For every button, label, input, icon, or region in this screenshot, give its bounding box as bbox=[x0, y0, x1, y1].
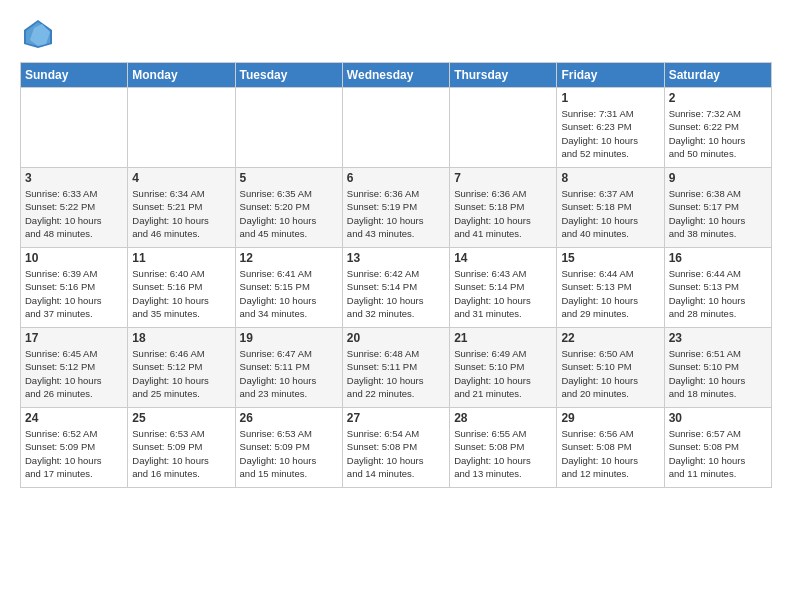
day-cell-28: 28Sunrise: 6:55 AM Sunset: 5:08 PM Dayli… bbox=[450, 408, 557, 488]
day-number: 25 bbox=[132, 411, 230, 425]
day-cell-21: 21Sunrise: 6:49 AM Sunset: 5:10 PM Dayli… bbox=[450, 328, 557, 408]
weekday-header-wednesday: Wednesday bbox=[342, 63, 449, 88]
day-cell-5: 5Sunrise: 6:35 AM Sunset: 5:20 PM Daylig… bbox=[235, 168, 342, 248]
day-number: 22 bbox=[561, 331, 659, 345]
weekday-header-saturday: Saturday bbox=[664, 63, 771, 88]
day-info: Sunrise: 6:49 AM Sunset: 5:10 PM Dayligh… bbox=[454, 347, 552, 400]
day-info: Sunrise: 6:50 AM Sunset: 5:10 PM Dayligh… bbox=[561, 347, 659, 400]
calendar: SundayMondayTuesdayWednesdayThursdayFrid… bbox=[20, 62, 772, 488]
day-info: Sunrise: 6:44 AM Sunset: 5:13 PM Dayligh… bbox=[561, 267, 659, 320]
header bbox=[20, 16, 772, 52]
day-info: Sunrise: 6:52 AM Sunset: 5:09 PM Dayligh… bbox=[25, 427, 123, 480]
day-number: 21 bbox=[454, 331, 552, 345]
day-info: Sunrise: 7:31 AM Sunset: 6:23 PM Dayligh… bbox=[561, 107, 659, 160]
day-cell-6: 6Sunrise: 6:36 AM Sunset: 5:19 PM Daylig… bbox=[342, 168, 449, 248]
day-cell-22: 22Sunrise: 6:50 AM Sunset: 5:10 PM Dayli… bbox=[557, 328, 664, 408]
day-number: 3 bbox=[25, 171, 123, 185]
day-info: Sunrise: 6:35 AM Sunset: 5:20 PM Dayligh… bbox=[240, 187, 338, 240]
day-cell-11: 11Sunrise: 6:40 AM Sunset: 5:16 PM Dayli… bbox=[128, 248, 235, 328]
day-info: Sunrise: 6:38 AM Sunset: 5:17 PM Dayligh… bbox=[669, 187, 767, 240]
day-number: 28 bbox=[454, 411, 552, 425]
day-info: Sunrise: 6:46 AM Sunset: 5:12 PM Dayligh… bbox=[132, 347, 230, 400]
week-row-5: 24Sunrise: 6:52 AM Sunset: 5:09 PM Dayli… bbox=[21, 408, 772, 488]
day-info: Sunrise: 6:47 AM Sunset: 5:11 PM Dayligh… bbox=[240, 347, 338, 400]
day-cell-14: 14Sunrise: 6:43 AM Sunset: 5:14 PM Dayli… bbox=[450, 248, 557, 328]
day-info: Sunrise: 6:45 AM Sunset: 5:12 PM Dayligh… bbox=[25, 347, 123, 400]
day-cell-13: 13Sunrise: 6:42 AM Sunset: 5:14 PM Dayli… bbox=[342, 248, 449, 328]
logo bbox=[20, 16, 60, 52]
day-number: 17 bbox=[25, 331, 123, 345]
day-cell-29: 29Sunrise: 6:56 AM Sunset: 5:08 PM Dayli… bbox=[557, 408, 664, 488]
day-number: 7 bbox=[454, 171, 552, 185]
day-cell-16: 16Sunrise: 6:44 AM Sunset: 5:13 PM Dayli… bbox=[664, 248, 771, 328]
day-cell-8: 8Sunrise: 6:37 AM Sunset: 5:18 PM Daylig… bbox=[557, 168, 664, 248]
empty-cell bbox=[128, 88, 235, 168]
day-info: Sunrise: 6:36 AM Sunset: 5:19 PM Dayligh… bbox=[347, 187, 445, 240]
empty-cell bbox=[21, 88, 128, 168]
day-cell-19: 19Sunrise: 6:47 AM Sunset: 5:11 PM Dayli… bbox=[235, 328, 342, 408]
day-info: Sunrise: 6:41 AM Sunset: 5:15 PM Dayligh… bbox=[240, 267, 338, 320]
day-info: Sunrise: 6:53 AM Sunset: 5:09 PM Dayligh… bbox=[132, 427, 230, 480]
day-info: Sunrise: 6:51 AM Sunset: 5:10 PM Dayligh… bbox=[669, 347, 767, 400]
day-number: 1 bbox=[561, 91, 659, 105]
day-number: 10 bbox=[25, 251, 123, 265]
day-cell-27: 27Sunrise: 6:54 AM Sunset: 5:08 PM Dayli… bbox=[342, 408, 449, 488]
logo-icon bbox=[20, 16, 56, 52]
day-cell-17: 17Sunrise: 6:45 AM Sunset: 5:12 PM Dayli… bbox=[21, 328, 128, 408]
day-info: Sunrise: 6:42 AM Sunset: 5:14 PM Dayligh… bbox=[347, 267, 445, 320]
day-number: 12 bbox=[240, 251, 338, 265]
weekday-header-thursday: Thursday bbox=[450, 63, 557, 88]
day-number: 4 bbox=[132, 171, 230, 185]
day-info: Sunrise: 6:48 AM Sunset: 5:11 PM Dayligh… bbox=[347, 347, 445, 400]
day-number: 5 bbox=[240, 171, 338, 185]
day-cell-7: 7Sunrise: 6:36 AM Sunset: 5:18 PM Daylig… bbox=[450, 168, 557, 248]
day-cell-30: 30Sunrise: 6:57 AM Sunset: 5:08 PM Dayli… bbox=[664, 408, 771, 488]
day-cell-25: 25Sunrise: 6:53 AM Sunset: 5:09 PM Dayli… bbox=[128, 408, 235, 488]
week-row-2: 3Sunrise: 6:33 AM Sunset: 5:22 PM Daylig… bbox=[21, 168, 772, 248]
day-cell-12: 12Sunrise: 6:41 AM Sunset: 5:15 PM Dayli… bbox=[235, 248, 342, 328]
day-number: 18 bbox=[132, 331, 230, 345]
empty-cell bbox=[450, 88, 557, 168]
day-info: Sunrise: 7:32 AM Sunset: 6:22 PM Dayligh… bbox=[669, 107, 767, 160]
day-cell-15: 15Sunrise: 6:44 AM Sunset: 5:13 PM Dayli… bbox=[557, 248, 664, 328]
weekday-header-sunday: Sunday bbox=[21, 63, 128, 88]
day-cell-26: 26Sunrise: 6:53 AM Sunset: 5:09 PM Dayli… bbox=[235, 408, 342, 488]
day-number: 30 bbox=[669, 411, 767, 425]
day-cell-18: 18Sunrise: 6:46 AM Sunset: 5:12 PM Dayli… bbox=[128, 328, 235, 408]
day-cell-1: 1Sunrise: 7:31 AM Sunset: 6:23 PM Daylig… bbox=[557, 88, 664, 168]
day-number: 20 bbox=[347, 331, 445, 345]
day-number: 16 bbox=[669, 251, 767, 265]
day-cell-2: 2Sunrise: 7:32 AM Sunset: 6:22 PM Daylig… bbox=[664, 88, 771, 168]
week-row-1: 1Sunrise: 7:31 AM Sunset: 6:23 PM Daylig… bbox=[21, 88, 772, 168]
day-number: 6 bbox=[347, 171, 445, 185]
day-cell-9: 9Sunrise: 6:38 AM Sunset: 5:17 PM Daylig… bbox=[664, 168, 771, 248]
day-number: 11 bbox=[132, 251, 230, 265]
weekday-header-tuesday: Tuesday bbox=[235, 63, 342, 88]
day-info: Sunrise: 6:53 AM Sunset: 5:09 PM Dayligh… bbox=[240, 427, 338, 480]
day-number: 14 bbox=[454, 251, 552, 265]
day-info: Sunrise: 6:39 AM Sunset: 5:16 PM Dayligh… bbox=[25, 267, 123, 320]
day-number: 2 bbox=[669, 91, 767, 105]
page: SundayMondayTuesdayWednesdayThursdayFrid… bbox=[0, 0, 792, 498]
weekday-header-monday: Monday bbox=[128, 63, 235, 88]
day-info: Sunrise: 6:34 AM Sunset: 5:21 PM Dayligh… bbox=[132, 187, 230, 240]
week-row-3: 10Sunrise: 6:39 AM Sunset: 5:16 PM Dayli… bbox=[21, 248, 772, 328]
day-info: Sunrise: 6:54 AM Sunset: 5:08 PM Dayligh… bbox=[347, 427, 445, 480]
day-number: 24 bbox=[25, 411, 123, 425]
day-number: 23 bbox=[669, 331, 767, 345]
day-info: Sunrise: 6:57 AM Sunset: 5:08 PM Dayligh… bbox=[669, 427, 767, 480]
day-info: Sunrise: 6:33 AM Sunset: 5:22 PM Dayligh… bbox=[25, 187, 123, 240]
day-cell-20: 20Sunrise: 6:48 AM Sunset: 5:11 PM Dayli… bbox=[342, 328, 449, 408]
day-number: 27 bbox=[347, 411, 445, 425]
day-cell-23: 23Sunrise: 6:51 AM Sunset: 5:10 PM Dayli… bbox=[664, 328, 771, 408]
day-cell-4: 4Sunrise: 6:34 AM Sunset: 5:21 PM Daylig… bbox=[128, 168, 235, 248]
empty-cell bbox=[342, 88, 449, 168]
day-info: Sunrise: 6:55 AM Sunset: 5:08 PM Dayligh… bbox=[454, 427, 552, 480]
day-info: Sunrise: 6:44 AM Sunset: 5:13 PM Dayligh… bbox=[669, 267, 767, 320]
day-cell-24: 24Sunrise: 6:52 AM Sunset: 5:09 PM Dayli… bbox=[21, 408, 128, 488]
day-cell-10: 10Sunrise: 6:39 AM Sunset: 5:16 PM Dayli… bbox=[21, 248, 128, 328]
day-info: Sunrise: 6:43 AM Sunset: 5:14 PM Dayligh… bbox=[454, 267, 552, 320]
day-info: Sunrise: 6:56 AM Sunset: 5:08 PM Dayligh… bbox=[561, 427, 659, 480]
day-number: 26 bbox=[240, 411, 338, 425]
day-number: 9 bbox=[669, 171, 767, 185]
